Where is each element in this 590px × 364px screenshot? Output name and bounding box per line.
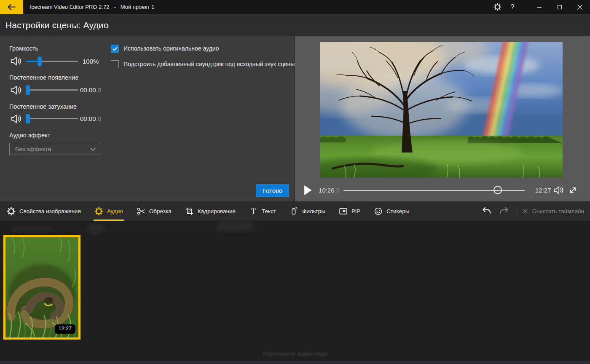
- volume-slider-handle[interactable]: [38, 56, 42, 67]
- tab-text[interactable]: Текст: [248, 201, 277, 221]
- audio-effect-selected: Без эффекта: [15, 146, 51, 153]
- chevron-down-icon: [89, 146, 97, 153]
- sticker-icon: [374, 207, 383, 216]
- audio-effect-label: Аудио эффект: [9, 132, 50, 139]
- seek-handle[interactable]: [493, 186, 502, 194]
- text-icon: [249, 207, 258, 216]
- volume-slider[interactable]: [26, 56, 78, 67]
- fade-out-slider-handle[interactable]: [26, 114, 30, 124]
- preview-video-image: [320, 42, 563, 178]
- volume-icon[interactable]: [552, 185, 564, 196]
- window-title: Icecream Video Editor PRO 2.72 - Мой про…: [30, 4, 154, 10]
- history-controls: Очистить таймлайн: [475, 201, 584, 221]
- use-original-audio-checkbox[interactable]: Использовать оригинальное аудио: [111, 45, 219, 53]
- clear-timeline-button[interactable]: Очистить таймлайн: [522, 208, 584, 214]
- current-time: 10:26.5: [319, 187, 340, 194]
- video-preview: [320, 42, 563, 178]
- back-button[interactable]: [0, 0, 23, 14]
- adjust-soundtrack-checkbox[interactable]: Подстроить добавленный саундтрек под исх…: [111, 60, 295, 68]
- fullscreen-icon[interactable]: [568, 185, 578, 195]
- timeline-clip-selected[interactable]: 12:27: [3, 235, 80, 340]
- tab-audio[interactable]: Аудио: [94, 201, 124, 221]
- tab-label: Стикеры: [386, 208, 409, 214]
- tab-filters[interactable]: Фильтры: [289, 201, 326, 221]
- tab-label: Свойства изображения: [19, 208, 81, 214]
- tool-tabbar: Свойства изображения Аудио Обрезка Кадри…: [0, 201, 590, 221]
- fade-out-value: 00:00.0: [80, 115, 101, 122]
- checkbox-label: Использовать оригинальное аудио: [123, 45, 219, 53]
- minimize-icon: [536, 3, 543, 11]
- fade-in-value: 00:00.0: [80, 86, 101, 94]
- settings-button[interactable]: [490, 0, 505, 14]
- tab-label: Кадрирование: [198, 208, 236, 214]
- speaker-icon: [9, 55, 22, 67]
- volume-label: Громкость: [9, 45, 38, 52]
- fade-in-slider-track: [26, 89, 78, 91]
- checkbox-box: [111, 45, 119, 53]
- checkbox-box: [111, 60, 119, 68]
- tab-crop[interactable]: Кадрирование: [184, 201, 236, 221]
- minimize-button[interactable]: [529, 0, 550, 14]
- main-area: Громкость 100% Постепенное появление 00:…: [0, 36, 590, 201]
- play-button[interactable]: [303, 185, 313, 196]
- crop-icon: [185, 207, 194, 216]
- speaker-icon: [9, 112, 22, 125]
- back-arrow-icon: [7, 2, 16, 12]
- undo-button[interactable]: [481, 206, 492, 217]
- app-window: Icecream Video Editor PRO 2.72 - Мой про…: [0, 0, 590, 364]
- divider: [517, 206, 517, 216]
- fade-in-fraction: .0: [96, 86, 102, 94]
- maximize-icon: [556, 3, 563, 11]
- fade-in-slider[interactable]: [26, 85, 78, 96]
- clip-duration-badge: 12:27: [55, 324, 75, 334]
- current-time-fraction: .5: [335, 187, 340, 194]
- tab-image-properties[interactable]: Свойства изображения: [6, 201, 82, 221]
- tab-label: PiP: [351, 208, 360, 214]
- gear-icon: [493, 3, 502, 11]
- redo-button[interactable]: [499, 206, 510, 217]
- volume-value: 100%: [83, 58, 99, 65]
- audio-settings-panel: Громкость 100% Постепенное появление 00:…: [0, 36, 295, 201]
- titlebar-controls: ?: [490, 0, 590, 14]
- tab-label: Обрезка: [149, 208, 172, 214]
- help-button[interactable]: ?: [505, 0, 520, 14]
- fade-in-label: Постепенное появление: [9, 74, 78, 81]
- fade-out-slider-track: [26, 118, 78, 119]
- timeline-ghost-element: [86, 223, 105, 234]
- app-title: Icecream Video Editor PRO 2.72: [30, 4, 109, 10]
- audio-effect-dropdown[interactable]: Без эффекта: [9, 143, 101, 155]
- maximize-button[interactable]: [550, 0, 570, 14]
- audio-track-edge: [0, 361, 590, 364]
- gear-icon: [7, 207, 16, 216]
- fade-in-slider-handle[interactable]: [26, 85, 30, 95]
- title-separator: -: [114, 4, 115, 10]
- tab-trim[interactable]: Обрезка: [136, 201, 172, 221]
- tab-label: Аудио: [107, 208, 123, 214]
- tab-label: Текст: [262, 208, 276, 214]
- page-header: Настройки сцены: Аудио: [0, 14, 590, 36]
- fade-out-slider[interactable]: [26, 113, 78, 124]
- tab-label: Фильтры: [302, 208, 325, 214]
- fade-out-label: Постепенное затухание: [9, 103, 77, 110]
- tab-pip[interactable]: PiP: [338, 201, 361, 221]
- audio-drop-hint: Перетащите аудио сюда: [0, 351, 590, 357]
- scissors-icon: [137, 207, 145, 216]
- speaker-icon: [9, 84, 22, 96]
- tab-stickers[interactable]: Стикеры: [373, 201, 410, 221]
- checkbox-label: Подстроить добавленный саундтрек под исх…: [123, 60, 295, 68]
- seek-slider[interactable]: [343, 185, 525, 196]
- clear-timeline-label: Очистить таймлайн: [532, 208, 584, 214]
- close-icon: [576, 3, 584, 11]
- filter-icon: [290, 207, 298, 216]
- page-title: Настройки сцены: Аудио: [5, 20, 109, 30]
- check-icon: [112, 46, 118, 52]
- project-name: Мой проект 1: [121, 4, 154, 10]
- done-button[interactable]: Готово: [256, 184, 289, 197]
- fade-out-fraction: .0: [96, 115, 102, 122]
- duration-time: 12:27: [535, 187, 551, 194]
- close-button[interactable]: [570, 0, 590, 14]
- pip-icon: [339, 207, 348, 216]
- timeline: 12:27 Перетащите аудио сюда: [0, 221, 590, 364]
- close-icon: [522, 208, 528, 214]
- gear-icon: [94, 207, 103, 216]
